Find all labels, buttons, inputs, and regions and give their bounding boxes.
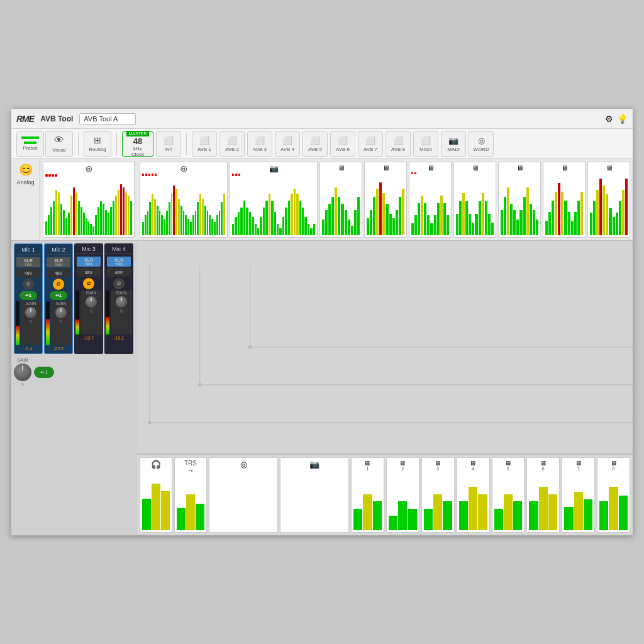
cam-meter-card: 📷 xyxy=(230,162,318,238)
mic2-level-fill xyxy=(46,319,50,345)
mic3-48v-btn[interactable]: 48V xyxy=(77,268,101,277)
avb-out-block[interactable]: ◎ xyxy=(209,457,278,533)
sm-out-3[interactable]: 🖥 3 xyxy=(421,457,455,533)
clock-label: Clock xyxy=(131,152,144,157)
mic1-link-btn[interactable]: ⇔1 xyxy=(19,291,37,300)
avb7-button[interactable]: ⬜ AVB 7 xyxy=(358,131,383,157)
sm-out-lbl-1: 1 xyxy=(366,467,369,471)
channel-strip-mic4[interactable]: Mic 4 XLR TRS 48V ∅ GAIN 0 xyxy=(104,243,133,354)
sm-out-6[interactable]: 🖥 6 xyxy=(526,457,560,533)
sm-out-bars-7 xyxy=(564,472,592,530)
hp-output[interactable]: 🎧 xyxy=(140,457,172,533)
mic4-level-meter xyxy=(106,291,109,335)
routing-button[interactable]: ⊞ Routing xyxy=(84,131,111,157)
avb6-button[interactable]: ⬜ AVB 6 xyxy=(330,131,355,157)
madi1-label: MADI xyxy=(419,147,432,152)
master-knob[interactable] xyxy=(14,364,31,381)
mic1-name: Mic 1 xyxy=(16,247,41,255)
mic3-level-fill xyxy=(75,319,79,335)
word-button[interactable]: ◎ WORD xyxy=(469,131,494,157)
right-bottom: 🎧 TRS → ◎ 📷 xyxy=(137,453,633,535)
clock-unit: kHz xyxy=(133,146,142,152)
sm-out-1[interactable]: 🖥 1 xyxy=(351,457,384,533)
sm-out-icon-5: 🖥 xyxy=(505,460,511,467)
cam-out-block[interactable]: 📷 xyxy=(280,457,349,533)
avb3-button[interactable]: ⬜ AVB 3 xyxy=(247,131,272,157)
light-icon[interactable]: 💡 xyxy=(617,114,628,124)
mic4-48v-btn[interactable]: 48V xyxy=(107,268,131,277)
sm-out-8[interactable]: 🖥 8 xyxy=(597,457,630,533)
mic1-48v-btn[interactable]: 48V xyxy=(16,269,40,277)
sm-out-bars-3 xyxy=(424,472,452,530)
mic1-knob[interactable] xyxy=(25,307,36,318)
rd xyxy=(238,174,240,176)
avb4-button[interactable]: ⬜ AVB 4 xyxy=(275,131,300,157)
madi2-button[interactable]: 📷 MADi xyxy=(441,131,466,157)
avb8-button[interactable]: ⬜ AVB 8 xyxy=(386,131,411,157)
avb5-button[interactable]: ⬜ AVB 5 xyxy=(303,131,328,157)
title-icons: ⚙ 💡 xyxy=(605,114,628,124)
master-link-button[interactable]: ⇔ 1 xyxy=(34,367,54,378)
rd xyxy=(155,174,157,176)
mic4-xlr-trs-btn[interactable]: XLR TRS xyxy=(107,257,131,267)
mic2-xlr-trs-btn[interactable]: XLR TRS xyxy=(47,257,70,267)
mic1-phase-btn[interactable]: ∅ xyxy=(23,279,34,290)
sm-out-7[interactable]: 🖥 7 xyxy=(562,457,595,533)
mic4-gain-label: GAIN xyxy=(116,291,126,295)
mic3-knob[interactable] xyxy=(86,296,97,308)
sm-bars-5 xyxy=(501,172,538,235)
mic2-phase-btn[interactable]: ∅ xyxy=(53,279,64,290)
mic3-level-meter xyxy=(75,291,79,335)
mic3-fader-track[interactable]: GAIN 0 xyxy=(80,291,102,335)
mic2-fader-track[interactable]: GAIN 0 xyxy=(51,301,71,345)
mic2-link-btn[interactable]: ⇔1 xyxy=(50,291,67,300)
mic4-phase-btn[interactable]: ∅ xyxy=(113,278,125,289)
mic4-fader-track[interactable]: GAIN 0 xyxy=(111,291,132,335)
avb8-label: AVB 8 xyxy=(391,147,405,152)
mic4-knob[interactable] xyxy=(116,296,127,308)
left-top-meters: 😊 Analog ◎ xyxy=(11,159,137,241)
mic2-knob[interactable] xyxy=(55,307,67,318)
mic1-level-fill xyxy=(16,326,19,346)
mic2-name: Mic 2 xyxy=(46,247,71,255)
int-button[interactable]: ⬜ INT xyxy=(156,131,181,157)
preset-name-input[interactable] xyxy=(79,113,136,125)
sm-out-bars-2 xyxy=(389,472,417,530)
avb1-icon: ⬜ xyxy=(199,136,209,145)
madi2-icon: 📷 xyxy=(448,136,458,145)
mic1-xlr-trs-btn[interactable]: XLR TRS xyxy=(16,257,40,267)
visual-button[interactable]: 👁 Visual xyxy=(45,131,73,157)
avb1-button[interactable]: ⬜ AVB 1 xyxy=(192,131,217,157)
preset-button[interactable]: Preset xyxy=(16,131,44,157)
clock-button[interactable]: MASTER 48 kHz Clock xyxy=(122,131,153,157)
mic3-phase-btn[interactable]: ∅ xyxy=(83,278,94,289)
mic3-xlr-trs-btn[interactable]: XLR TRS xyxy=(77,257,101,267)
sm-out-lbl-4: 4 xyxy=(472,467,474,471)
channel-strip-mic2[interactable]: Mic 2 XLR TRS 48V ∅ ⇔1 GAIN xyxy=(44,243,73,354)
sm-out-5[interactable]: 🖥 5 xyxy=(492,457,525,533)
analog-label: Analog xyxy=(16,179,34,186)
master-gain-value: 0 xyxy=(21,382,24,387)
avb-red-dots-1 xyxy=(142,174,225,177)
avb2-button[interactable]: ⬜ AVB 2 xyxy=(219,131,245,157)
mic2-gain-value: -23.3 xyxy=(53,347,64,351)
mic1-fader-track[interactable]: GAIN 0 xyxy=(21,301,41,345)
mic1-gain-value: -9.4 xyxy=(25,347,32,351)
sm-out-2[interactable]: 🖥 2 xyxy=(386,457,419,533)
trs-output[interactable]: TRS → xyxy=(174,457,207,533)
mic3-gain-value: -23.7 xyxy=(84,336,94,340)
mic3-zero: 0 xyxy=(90,309,92,313)
sm-out-4[interactable]: 🖥 4 xyxy=(457,457,490,533)
mic4-name: Mic 4 xyxy=(106,246,132,254)
settings-icon[interactable]: ⚙ xyxy=(605,114,613,124)
sm-out-lbl-7: 7 xyxy=(577,467,580,471)
sm-bars-6 xyxy=(545,172,583,235)
red-ind xyxy=(55,174,57,177)
word-label: WORD xyxy=(473,147,489,152)
rd xyxy=(152,174,153,176)
routing-svg xyxy=(137,241,633,453)
channel-strip-mic3[interactable]: Mic 3 XLR TRS 48V ∅ GAIN 0 xyxy=(74,243,103,354)
channel-strip-mic1[interactable]: Mic 1 XLR TRS 48V ∅ ⇔1 GAIN xyxy=(14,243,43,354)
madi1-button[interactable]: ⬜ MADI xyxy=(413,131,438,157)
mic2-48v-btn[interactable]: 48V xyxy=(47,269,70,277)
